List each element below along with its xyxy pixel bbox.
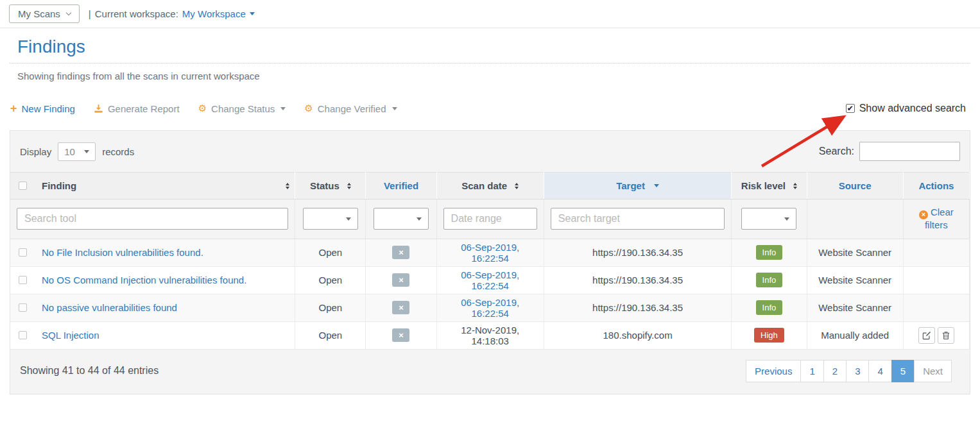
- search-input[interactable]: [859, 142, 960, 161]
- page-subtitle: Showing findings from all the scans in c…: [17, 71, 963, 81]
- column-header-scan-date[interactable]: Scan date: [436, 173, 544, 199]
- filter-date-range-input[interactable]: [443, 208, 537, 230]
- scan-date-value[interactable]: 06-Sep-2019, 16:22:54: [461, 269, 519, 291]
- sort-icon: [286, 183, 289, 189]
- cell-finding: No passive vulnerabilities found: [10, 294, 295, 321]
- clear-filters-label: Clear filters: [925, 207, 954, 230]
- finding-link[interactable]: No File Inclusion vulnerabilities found.: [42, 247, 203, 258]
- findings-table: FindingStatusVerifiedScan dateTargetRisk…: [10, 172, 970, 350]
- my-scans-label: My Scans: [18, 8, 60, 19]
- edit-finding-button[interactable]: [918, 327, 935, 344]
- change-verified-dropdown[interactable]: ⚙ Change Verified: [304, 103, 397, 114]
- cell-status: Open: [295, 321, 366, 349]
- column-header-risk-level[interactable]: Risk level: [732, 173, 807, 199]
- sort-down-triangle: [515, 187, 519, 189]
- advanced-search-checkbox[interactable]: ✔: [846, 104, 855, 113]
- select-all-checkbox[interactable]: [19, 182, 27, 190]
- filter-risk-select[interactable]: [741, 208, 796, 230]
- target-value: https://190.136.34.35: [592, 275, 683, 285]
- select-caret-icon: [346, 217, 351, 221]
- source-value: Website Scanner: [818, 247, 891, 258]
- entries-summary: Showing 41 to 44 of 44 entries: [20, 365, 159, 377]
- caret-down-icon: [250, 12, 255, 15]
- delete-finding-button[interactable]: [938, 327, 954, 344]
- page-button-3[interactable]: 3: [846, 360, 869, 382]
- filter-cell-finding: [10, 199, 295, 239]
- scan-date-value: 12-Nov-2019, 14:18:03: [461, 325, 519, 346]
- filter-target-input[interactable]: [551, 208, 725, 230]
- scan-date-value[interactable]: 06-Sep-2019, 16:22:54: [461, 297, 519, 319]
- cell-finding: SQL Injection: [10, 321, 295, 349]
- status-value: Open: [318, 275, 342, 285]
- filter-cell-target: [544, 199, 731, 239]
- cell-risk-level: Info: [732, 239, 807, 266]
- gear-icon: ⚙: [198, 104, 207, 113]
- row-checkbox[interactable]: [19, 276, 27, 284]
- chevron-down-icon: [66, 10, 71, 15]
- display-count-value: 10: [64, 146, 75, 157]
- search-label: Search:: [819, 146, 854, 157]
- finding-inner: No OS Command Injection vulnerabilities …: [19, 275, 289, 285]
- page-button-1[interactable]: 1: [800, 360, 823, 382]
- cell-status: Open: [295, 239, 366, 266]
- filter-verified-select[interactable]: [374, 208, 429, 230]
- column-label: Scan date: [461, 180, 507, 191]
- filter-status-select[interactable]: [303, 208, 358, 230]
- cell-status: Open: [295, 266, 366, 294]
- change-status-dropdown[interactable]: ⚙ Change Status: [198, 103, 286, 114]
- page-button-5[interactable]: 5: [891, 360, 915, 382]
- sort-icon: [347, 183, 351, 189]
- caret-down-icon: [392, 107, 397, 110]
- display-count-select[interactable]: 10: [58, 142, 96, 161]
- workspace-dropdown[interactable]: My Workspace: [182, 8, 255, 19]
- risk-badge: High: [754, 328, 784, 343]
- column-header-target[interactable]: Target: [544, 173, 731, 199]
- column-header-status[interactable]: Status: [295, 173, 366, 199]
- generate-report-label: Generate Report: [108, 103, 180, 114]
- column-header-finding[interactable]: Finding: [10, 173, 295, 199]
- page-button-previous[interactable]: Previous: [746, 360, 801, 382]
- trash-icon: [942, 331, 950, 340]
- not-verified-badge[interactable]: ×: [392, 273, 409, 287]
- not-verified-badge[interactable]: ×: [392, 301, 409, 314]
- cell-verified: ×: [366, 266, 436, 294]
- page-button-4[interactable]: 4: [868, 360, 891, 382]
- advanced-search-label: Show advanced search: [859, 103, 966, 114]
- cell-risk-level: Info: [732, 266, 807, 294]
- cell-target: https://190.136.34.35: [544, 266, 731, 294]
- cell-actions: [903, 239, 969, 266]
- not-verified-badge[interactable]: ×: [392, 246, 409, 259]
- column-label: Source: [839, 180, 872, 191]
- finding-link[interactable]: SQL Injection: [42, 330, 99, 341]
- clear-filters-button[interactable]: ×Clear filters: [913, 207, 959, 232]
- table-footer: Showing 41 to 44 of 44 entries Previous1…: [10, 350, 970, 394]
- row-checkbox[interactable]: [19, 303, 27, 312]
- cell-actions: [903, 294, 969, 321]
- row-checkbox[interactable]: [19, 248, 27, 257]
- top-bar: My Scans | Current workspace: My Workspa…: [0, 0, 980, 28]
- cell-target: 180.shopify.com: [544, 321, 731, 349]
- new-finding-button[interactable]: + New Finding: [10, 103, 75, 114]
- column-label: Finding: [42, 180, 76, 191]
- cell-target: https://190.136.34.35: [544, 239, 731, 266]
- show-advanced-search-toggle[interactable]: ✔ Show advanced search: [846, 103, 966, 114]
- not-verified-badge[interactable]: ×: [392, 328, 409, 342]
- filter-cell-risk-level: [732, 199, 807, 239]
- source-value: Manually added: [821, 330, 889, 341]
- workspace-label: Current workspace:: [95, 8, 178, 19]
- finding-link[interactable]: No passive vulnerabilities found: [42, 302, 177, 313]
- column-header-inner: Finding: [10, 173, 295, 199]
- cell-finding: No File Inclusion vulnerabilities found.: [10, 239, 295, 266]
- my-scans-dropdown[interactable]: My Scans: [9, 4, 80, 23]
- cell-actions: [903, 266, 969, 294]
- sort-icon: [793, 183, 797, 189]
- page-button-2[interactable]: 2: [823, 360, 847, 382]
- generate-report-button[interactable]: Generate Report: [94, 103, 180, 114]
- row-checkbox[interactable]: [19, 331, 27, 339]
- status-value: Open: [318, 302, 342, 313]
- scan-date-value[interactable]: 06-Sep-2019, 16:22:54: [461, 242, 519, 264]
- column-header-inner: Source: [807, 173, 903, 199]
- filter-finding-input[interactable]: [17, 208, 288, 230]
- table-row: SQL InjectionOpen×12-Nov-2019, 14:18:031…: [10, 321, 970, 349]
- finding-link[interactable]: No OS Command Injection vulnerabilities …: [42, 275, 246, 285]
